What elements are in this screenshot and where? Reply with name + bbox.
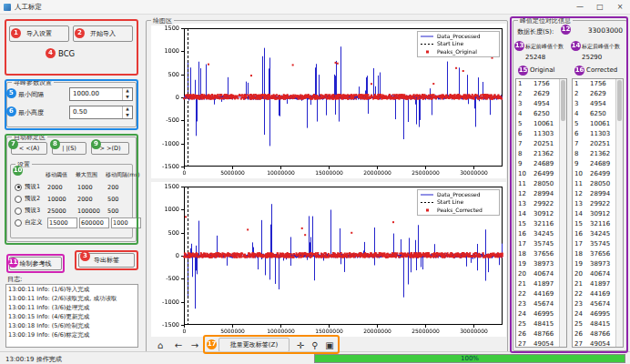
pan-icon[interactable]: ✛: [293, 338, 308, 352]
peak-list-item[interactable]: 2446995: [516, 309, 560, 319]
min-interval-spinbox[interactable]: 1000.00 ▲ ▼: [69, 87, 133, 101]
peak-list-item[interactable]: 2141897: [573, 279, 616, 289]
peak-list-item[interactable]: 1938973: [516, 259, 560, 269]
peak-list-item[interactable]: 1026499: [516, 169, 560, 179]
peak-list-item[interactable]: 720251: [573, 139, 616, 149]
peak-list-item[interactable]: 821362: [573, 149, 616, 159]
corrected-list[interactable]: 1175622629349544625051006161130372025182…: [572, 78, 624, 348]
peak-list-item[interactable]: 46250: [573, 109, 616, 119]
peak-list-item[interactable]: 1735745: [516, 239, 560, 249]
peak-list-item[interactable]: 1128050: [516, 179, 560, 189]
peak-list-item[interactable]: 1532116: [516, 219, 560, 229]
preset-radio[interactable]: [15, 219, 22, 227]
status-message: 13:00:19 操作完成: [5, 355, 62, 364]
peak-list-item[interactable]: 2548415: [573, 319, 616, 329]
peak-list-item[interactable]: 34954: [516, 99, 560, 109]
save-icon[interactable]: ▣: [322, 338, 337, 352]
custom-value-input[interactable]: 15000: [47, 217, 77, 228]
peak-list-item[interactable]: 2345674: [573, 299, 616, 309]
peak-list-item[interactable]: 2244169: [516, 289, 560, 299]
peak-list-item[interactable]: 1329922: [516, 199, 560, 209]
peak-list-item[interactable]: 1128050: [573, 179, 616, 189]
peak-index: 11: [516, 179, 531, 189]
peak-list-item[interactable]: 2749054: [516, 339, 560, 347]
batch-change-labels-button[interactable]: 批量更改标签(Z): [218, 338, 290, 352]
peak-list-item[interactable]: 2548415: [516, 319, 560, 329]
peak-list-item[interactable]: 1837656: [573, 249, 616, 259]
peak-list-item[interactable]: 2040674: [516, 269, 560, 279]
peak-value: 32116: [587, 219, 610, 229]
peak-list-item[interactable]: 1634245: [516, 229, 560, 239]
custom-value-input[interactable]: 1000: [111, 217, 141, 228]
peak-list-item[interactable]: 611303: [573, 129, 616, 139]
minimize-button-icon[interactable]: —: [570, 0, 590, 14]
peak-list-item[interactable]: 1228994: [516, 189, 560, 199]
peak-value: 28994: [531, 189, 554, 199]
peak-list-item[interactable]: 22629: [516, 89, 560, 99]
peak-list-item[interactable]: 11756: [573, 79, 616, 89]
peak-list-item[interactable]: 924689: [573, 159, 616, 169]
peak-list-item[interactable]: 2244169: [573, 289, 616, 299]
peak-list-item[interactable]: 821362: [516, 149, 560, 159]
forward-icon[interactable]: →: [188, 338, 202, 352]
corrected-list-scrollbar[interactable]: [615, 79, 623, 347]
min-interval-value[interactable]: 1000.00: [70, 88, 122, 100]
original-list-scrollbar[interactable]: [559, 79, 566, 347]
peak-value: 44169: [531, 289, 554, 299]
peak-list-item[interactable]: 1532116: [573, 219, 616, 229]
chart-top[interactable]: [151, 24, 506, 178]
peak-list-item[interactable]: 2446995: [573, 309, 616, 319]
peak-list-item[interactable]: 1735745: [573, 239, 616, 249]
min-height-value[interactable]: 0.50: [70, 106, 122, 118]
peak-list-item[interactable]: 2040674: [573, 269, 616, 279]
peak-index: 22: [516, 289, 531, 299]
peak-list-item[interactable]: 1026499: [573, 169, 616, 179]
peak-list-item[interactable]: 46250: [516, 109, 560, 119]
peak-list-item[interactable]: 510061: [573, 119, 616, 129]
peak-list-item[interactable]: 1938973: [573, 259, 616, 269]
peak-list-item[interactable]: 510061: [516, 119, 560, 129]
preset-radio[interactable]: [15, 207, 22, 215]
custom-value-input[interactable]: 600000: [79, 217, 109, 228]
log-label: 日志:: [7, 275, 22, 284]
peak-list-item[interactable]: 1430912: [516, 209, 560, 219]
preset-radio[interactable]: [15, 196, 22, 203]
peak-list-item[interactable]: 720251: [516, 139, 560, 149]
chart-bottom[interactable]: [151, 182, 506, 337]
peak-list-item[interactable]: 1837656: [516, 249, 560, 259]
home-icon[interactable]: ⌂: [153, 338, 168, 352]
settings-header-row: 移动阈值最大范围移动间隔(ms): [11, 171, 166, 179]
peak-list-item[interactable]: 2345674: [516, 299, 560, 309]
close-button-icon[interactable]: ×: [610, 0, 630, 14]
back-icon[interactable]: ←: [171, 338, 186, 352]
peak-list-item[interactable]: 1228994: [573, 189, 616, 199]
scrollbar-thumb[interactable]: [617, 80, 622, 121]
peak-index: 13: [573, 199, 587, 209]
peak-index: 14: [516, 209, 531, 219]
original-list[interactable]: 1175622629349544625051006161130372025182…: [515, 78, 567, 348]
peak-value: 40674: [587, 269, 610, 279]
min-height-spinbox[interactable]: 0.50 ▲ ▼: [69, 106, 133, 119]
spin-down-icon[interactable]: ▼: [123, 113, 132, 119]
peak-list-item[interactable]: 22629: [573, 89, 616, 99]
peak-list-item[interactable]: 1329922: [573, 199, 616, 209]
peak-list-item[interactable]: 2749054: [573, 339, 616, 347]
peak-index: 13: [516, 199, 531, 209]
maximize-button-icon[interactable]: □: [590, 0, 610, 14]
preset-radio[interactable]: [15, 184, 22, 191]
peak-list-item[interactable]: 611303: [516, 129, 560, 139]
peak-list-item[interactable]: 2141897: [516, 279, 560, 289]
peak-list-item[interactable]: 2648766: [573, 329, 616, 339]
peak-list-item[interactable]: 1634245: [573, 229, 616, 239]
spin-down-icon[interactable]: ▼: [123, 95, 132, 101]
peak-list-item[interactable]: 11756: [516, 79, 560, 89]
peak-value: 2629: [531, 89, 550, 99]
peak-list-item[interactable]: 34954: [573, 99, 616, 109]
zoom-icon[interactable]: ⚲: [308, 338, 322, 352]
scrollbar-thumb[interactable]: [561, 80, 565, 121]
peak-index: 19: [516, 259, 531, 269]
peak-list-item[interactable]: 924689: [516, 159, 560, 169]
peak-list-item[interactable]: 1430912: [573, 209, 616, 219]
peak-list-item[interactable]: 2648766: [516, 329, 560, 339]
peak-index: 10: [516, 169, 531, 179]
